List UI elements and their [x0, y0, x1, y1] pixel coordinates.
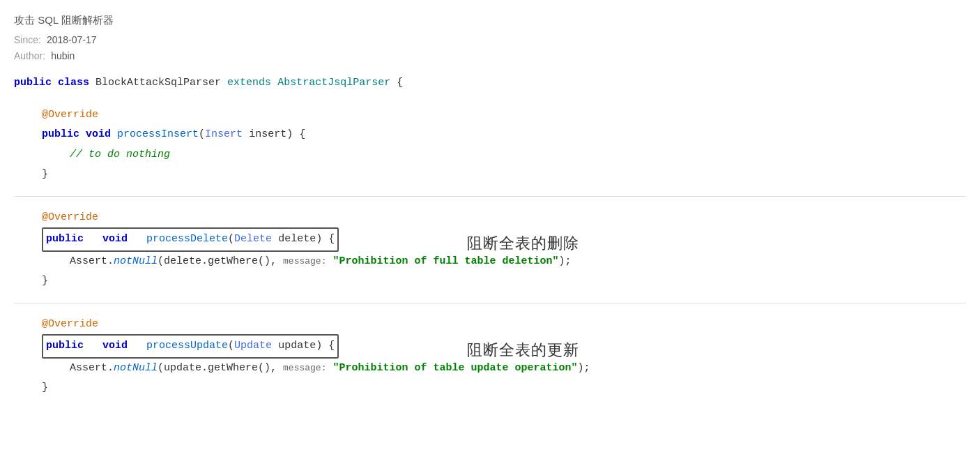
method-name-insert: processInsert: [117, 125, 199, 145]
method-line-insert: public void processInsert(Insert insert)…: [14, 125, 966, 145]
author-value: hubin: [51, 48, 75, 65]
brace-close-delete: }: [42, 271, 48, 292]
close-brace-insert: }: [14, 165, 966, 185]
page-container: 攻击 SQL 阻断解析器 Since: 2018-07-17 Author: h…: [0, 0, 980, 412]
assert-line-update: Assert.notNull(update.getWhere(), messag…: [14, 359, 966, 379]
code-block: public class BlockAttackSqlParser extend…: [14, 73, 966, 398]
override-annotation-delete: @Override: [14, 208, 966, 228]
brace-close-update: }: [42, 378, 48, 398]
assert-line-delete: Assert.notNull(delete.getWhere(), messag…: [14, 252, 966, 272]
void-kw-insert: void: [86, 125, 111, 145]
override-annotation-update: @Override: [14, 315, 966, 335]
close-brace-update: }: [14, 378, 966, 398]
divider-1: [14, 196, 966, 197]
method-line-update: public void processUpdate(Update update)…: [14, 334, 966, 359]
highlighted-method-update: public void processUpdate(Update update)…: [42, 334, 339, 359]
section-update: @Override public void processUpdate(Upda…: [14, 315, 966, 398]
public-kw-insert: public: [42, 125, 79, 145]
override-annotation-insert: @Override: [14, 105, 966, 126]
author-line: Author: hubin: [14, 48, 966, 65]
public-keyword: public: [14, 73, 52, 93]
comment-insert: // to do nothing: [70, 145, 170, 165]
annotation-update: @Override: [42, 315, 98, 335]
since-label: Since:: [14, 32, 41, 49]
class-name: BlockAttackSqlParser: [95, 73, 221, 93]
open-brace: {: [397, 73, 403, 93]
divider-2: [14, 303, 966, 303]
msg-value-delete: "Prohibition of full table deletion": [333, 252, 559, 272]
close-brace-delete: }: [14, 271, 966, 292]
since-value: 2018-07-17: [47, 32, 97, 49]
annotation-delete: @Override: [42, 208, 98, 228]
section-insert: @Override public void processInsert(Inse…: [14, 105, 966, 185]
extends-keyword: extends: [227, 73, 271, 93]
method-line-delete: public void processDelete(Delete delete)…: [14, 227, 966, 252]
since-line: Since: 2018-07-17: [14, 32, 966, 49]
msg-value-update: "Prohibition of table update operation": [333, 359, 578, 379]
brace-close-insert: }: [42, 165, 48, 185]
param-type-insert: Insert: [205, 125, 243, 145]
msg-label-delete: message:: [283, 253, 326, 271]
annotation-insert: @Override: [42, 105, 98, 126]
meta-section: 攻击 SQL 阻断解析器 Since: 2018-07-17 Author: h…: [14, 11, 966, 65]
highlighted-method-delete: public void processDelete(Delete delete)…: [42, 227, 339, 252]
class-keyword: class: [58, 73, 89, 93]
comment-line-insert: // to do nothing: [14, 145, 966, 165]
section-delete: @Override public void processDelete(Dele…: [14, 208, 966, 292]
page-title: 攻击 SQL 阻断解析器: [14, 14, 114, 26]
title-line: 攻击 SQL 阻断解析器: [14, 11, 966, 29]
class-declaration-line: public class BlockAttackSqlParser extend…: [14, 73, 966, 93]
author-label: Author:: [14, 48, 45, 65]
msg-label-update: message:: [283, 360, 326, 377]
parent-class: AbstractJsqlParser: [277, 73, 390, 93]
